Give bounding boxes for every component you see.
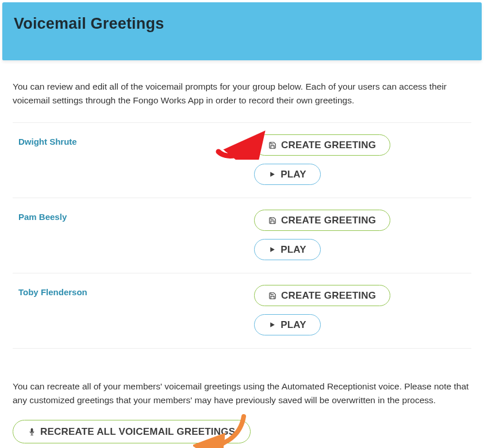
page-title: Voicemail Greetings — [14, 15, 470, 33]
button-label: CREATE GREETING — [281, 140, 376, 150]
page-header: Voicemail Greetings — [2, 2, 482, 60]
button-label: PLAY — [281, 320, 306, 330]
button-label: CREATE GREETING — [281, 291, 376, 300]
play-button[interactable]: PLAY — [254, 314, 321, 335]
save-icon — [268, 217, 276, 225]
create-greeting-button[interactable]: CREATE GREETING — [254, 134, 390, 156]
user-actions: CREATE GREETING PLAY — [254, 285, 390, 335]
create-greeting-button[interactable]: CREATE GREETING — [254, 285, 390, 306]
button-label: PLAY — [281, 169, 306, 179]
user-name: Toby Flenderson — [18, 287, 87, 297]
user-row: Toby Flenderson CREATE GREETING — [13, 273, 471, 349]
user-name-cell: Toby Flenderson — [13, 285, 254, 335]
user-row: Dwight Shrute CREATE GREETING — [13, 123, 471, 198]
save-icon — [268, 292, 276, 300]
user-name-cell: Dwight Shrute — [13, 134, 254, 185]
user-name: Pam Beesly — [18, 212, 67, 222]
user-list: Dwight Shrute CREATE GREETING — [13, 122, 471, 349]
svg-marker-2 — [270, 322, 275, 327]
svg-rect-4 — [30, 435, 33, 435]
intro-text: You can review and edit all of the voice… — [13, 80, 471, 107]
user-actions: CREATE GREETING PLAY — [254, 134, 390, 185]
microphone-icon — [28, 427, 36, 436]
svg-rect-3 — [32, 434, 32, 435]
play-icon — [268, 321, 276, 329]
user-actions: CREATE GREETING PLAY — [254, 210, 390, 260]
save-icon — [268, 141, 276, 149]
button-label: CREATE GREETING — [281, 215, 376, 225]
svg-marker-1 — [270, 247, 275, 252]
play-icon — [268, 246, 276, 253]
play-button[interactable]: PLAY — [254, 239, 321, 260]
play-icon — [268, 171, 276, 178]
user-row: Pam Beesly CREATE GREETING P — [13, 198, 471, 273]
svg-marker-0 — [270, 172, 275, 177]
create-greeting-button[interactable]: CREATE GREETING — [254, 210, 390, 231]
play-button[interactable]: PLAY — [254, 164, 321, 185]
button-label: PLAY — [281, 245, 306, 254]
user-name: Dwight Shrute — [18, 137, 77, 146]
button-label: RECREATE ALL VOICEMAIL GREETINGS — [40, 427, 235, 437]
recreate-all-button[interactable]: RECREATE ALL VOICEMAIL GREETINGS — [13, 420, 251, 443]
footer-text: You can recreate all of your members' vo… — [13, 380, 471, 407]
user-name-cell: Pam Beesly — [13, 210, 254, 260]
